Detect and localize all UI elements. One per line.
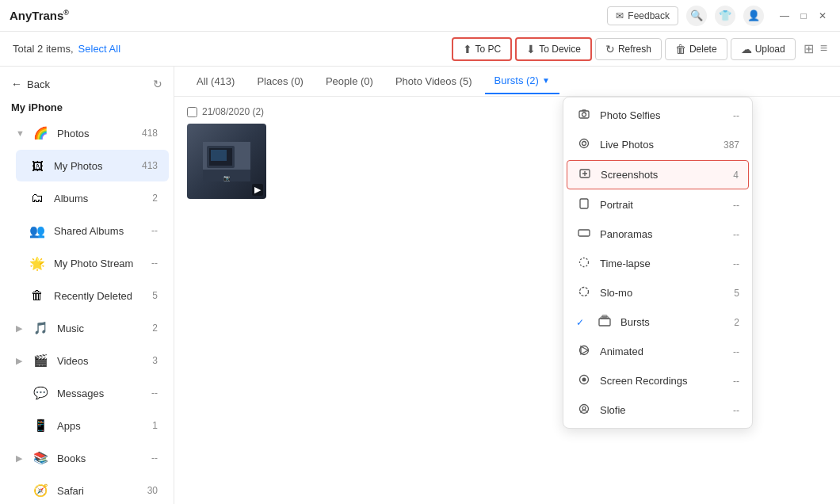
upload-pc-icon: ⬆	[463, 43, 472, 55]
title-bar-left: AnyTrans®	[10, 9, 69, 22]
tab-photo-videos[interactable]: Photo Videos (5)	[386, 69, 482, 94]
svg-rect-11	[602, 315, 607, 317]
tab-all[interactable]: All (413)	[187, 69, 244, 94]
back-arrow-icon: ←	[11, 78, 22, 90]
my-photos-icon: 🖼	[27, 155, 48, 176]
dropdown-panoramas[interactable]: Panoramas --	[563, 220, 752, 249]
safari-icon: 🧭	[30, 480, 51, 501]
sidebar-item-photo-stream[interactable]: 🌟 My Photo Stream --	[5, 247, 169, 279]
toolbar-info: Total 2 items, Select All	[13, 43, 120, 55]
sidebar-item-books[interactable]: ▶ 📚 Books --	[5, 442, 169, 474]
photos-icon: 🌈	[30, 123, 51, 143]
chevron-down-icon: ▼	[542, 76, 550, 85]
time-lapse-icon	[576, 256, 592, 271]
sidebar-refresh-icon[interactable]: ↻	[153, 78, 162, 90]
sidebar-item-apps[interactable]: 📱 Apps 1	[5, 410, 169, 441]
sidebar-item-recently-deleted[interactable]: 🗑 Recently Deleted 5	[5, 280, 169, 311]
maximize-button[interactable]: □	[796, 8, 811, 24]
tab-bar: All (413) Places (0) People (0) Photo Vi…	[174, 67, 840, 97]
minimize-button[interactable]: —	[777, 8, 792, 24]
dropdown-photo-selfies[interactable]: Photo Selfies --	[563, 101, 752, 130]
photo-selfies-icon	[576, 108, 592, 123]
animated-icon	[576, 344, 592, 359]
dropdown-portrait[interactable]: Portrait --	[563, 190, 752, 220]
close-button[interactable]: ✕	[815, 8, 830, 24]
photo-stream-icon: 🌟	[27, 253, 48, 273]
dropdown-bursts[interactable]: ✓ Bursts 2	[563, 307, 752, 337]
music-icon: 🎵	[30, 318, 51, 338]
svg-point-15	[582, 378, 586, 382]
title-bar: AnyTrans® ✉ Feedback 🔍 👕 👤 — □ ✕	[0, 0, 840, 32]
sidebar-item-my-photos[interactable]: 🖼 My Photos 413	[16, 150, 169, 181]
app-title: AnyTrans®	[10, 9, 69, 22]
portrait-icon	[576, 197, 592, 212]
refresh-button[interactable]: ↻ Refresh	[595, 38, 662, 60]
dropdown-slo-mo[interactable]: Slo-mo 5	[563, 278, 752, 307]
svg-text:📷: 📷	[223, 174, 231, 181]
svg-rect-21	[211, 150, 227, 161]
dropdown-screen-recordings[interactable]: Screen Recordings --	[563, 366, 752, 395]
grid-view-button[interactable]: ⊞	[804, 41, 814, 56]
slofie-icon	[576, 403, 592, 418]
expand-icon: ▶	[16, 453, 27, 464]
svg-point-3	[582, 142, 586, 146]
photo-badge: ▶	[252, 184, 263, 196]
toolbar: Total 2 items, Select All ⬆ To PC ⬇ To D…	[0, 32, 840, 67]
total-label: Total 2 items,	[13, 43, 74, 55]
panoramas-icon	[576, 227, 592, 242]
window-controls: — □ ✕	[777, 8, 830, 24]
tab-bursts[interactable]: Bursts (2) ▼	[485, 68, 559, 94]
mail-icon: ✉	[616, 10, 624, 21]
messages-icon: 💬	[30, 383, 51, 403]
back-button[interactable]: ← Back ↻	[0, 73, 174, 95]
list-view-button[interactable]: ≡	[820, 41, 827, 56]
screenshots-icon	[577, 167, 593, 182]
select-all-link[interactable]: Select All	[78, 43, 120, 55]
shirt-icon-btn[interactable]: 👕	[715, 6, 735, 26]
svg-rect-9	[599, 319, 610, 326]
to-pc-button[interactable]: ⬆ To PC	[452, 37, 513, 61]
dropdown-animated[interactable]: Animated --	[563, 337, 752, 366]
sidebar-item-videos[interactable]: ▶ 🎬 Videos 3	[5, 345, 169, 376]
trash-icon: 🗑	[27, 285, 48, 306]
trash-icon: 🗑	[675, 43, 686, 55]
sidebar-item-music[interactable]: ▶ 🎵 Music 2	[5, 312, 169, 344]
sidebar-item-safari[interactable]: 🧭 Safari 30	[5, 475, 169, 504]
albums-icon: 🗂	[27, 188, 48, 208]
svg-point-17	[582, 407, 586, 410]
search-icon-btn[interactable]: 🔍	[686, 6, 707, 26]
content-area: All (413) Places (0) People (0) Photo Vi…	[174, 67, 840, 504]
svg-rect-5	[580, 199, 588, 208]
tab-people[interactable]: People (0)	[316, 69, 383, 94]
upload-button[interactable]: ☁ Upload	[731, 38, 796, 60]
sidebar-item-albums[interactable]: 🗂 Albums 2	[5, 182, 169, 214]
tab-places[interactable]: Places (0)	[247, 69, 313, 94]
dropdown-live-photos[interactable]: Live Photos 387	[563, 130, 752, 159]
refresh-icon: ↻	[605, 43, 615, 55]
dropdown-slofie[interactable]: Slofie --	[563, 395, 752, 425]
svg-point-7	[580, 258, 589, 267]
feedback-button[interactable]: ✉ Feedback	[607, 6, 678, 25]
toolbar-actions: ⬆ To PC ⬇ To Device ↻ Refresh 🗑 Delete ☁…	[452, 37, 827, 61]
books-icon: 📚	[30, 448, 51, 468]
dropdown-time-lapse[interactable]: Time-lapse --	[563, 249, 752, 278]
delete-button[interactable]: 🗑 Delete	[665, 38, 727, 60]
photo-thumbnail[interactable]: 📷 ▶	[187, 124, 266, 199]
main-layout: ← Back ↻ My iPhone ▼ 🌈 Photos 418 🖼 My P…	[0, 67, 840, 504]
avatar[interactable]: 👤	[743, 6, 764, 26]
expand-icon: ▼	[16, 128, 27, 138]
shared-albums-icon: 👥	[27, 220, 48, 241]
svg-point-8	[580, 288, 589, 296]
date-group-checkbox[interactable]	[187, 107, 197, 117]
sidebar-item-photos[interactable]: ▼ 🌈 Photos 418	[5, 117, 169, 149]
expand-icon: ▶	[16, 356, 27, 366]
title-bar-right: ✉ Feedback 🔍 👕 👤 — □ ✕	[607, 6, 830, 26]
dropdown-screenshots[interactable]: Screenshots 4	[567, 160, 749, 189]
view-toggle: ⊞ ≡	[804, 41, 827, 56]
sidebar-item-shared-albums[interactable]: 👥 Shared Albums --	[5, 215, 169, 246]
sidebar-item-messages[interactable]: 💬 Messages --	[5, 377, 169, 409]
bursts-dropdown-menu: Photo Selfies -- Live Photos 387 Scr	[563, 97, 753, 429]
apps-icon: 📱	[30, 415, 51, 436]
bursts-icon	[597, 315, 613, 330]
to-device-button[interactable]: ⬇ To Device	[515, 37, 592, 61]
